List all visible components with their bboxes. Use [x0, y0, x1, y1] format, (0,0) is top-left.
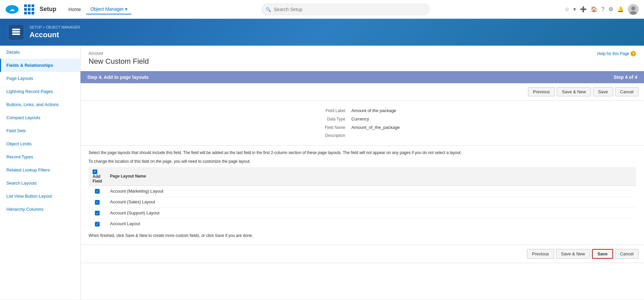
favorites-dropdown-icon[interactable]: ▾ [573, 6, 576, 12]
help-icon[interactable]: ? [601, 6, 604, 12]
main-content: Details Fields & Relationships Page Layo… [0, 46, 644, 299]
cancel-button-bottom[interactable]: Cancel [615, 249, 639, 259]
sidebar-item-details[interactable]: Details [0, 46, 80, 59]
panel-breadcrumb: Account [89, 51, 149, 56]
layout-row-2: Account (Support) Layout [89, 207, 636, 218]
sidebar-item-fields-relationships[interactable]: Fields & Relationships [0, 59, 80, 72]
app-title: Setup [40, 6, 56, 13]
layout-checkbox-cell-0 [89, 186, 106, 197]
field-label-row: Field Label Amount of the package [322, 107, 402, 114]
sidebar-item-field-sets[interactable]: Field Sets [0, 124, 80, 137]
data-type-value: Currency [348, 115, 402, 123]
sidebar-item-hierarchy-columns[interactable]: Hierarchy Columns [0, 203, 80, 216]
cancel-button-top[interactable]: Cancel [615, 87, 639, 96]
save-new-button-bottom[interactable]: Save & New [556, 249, 590, 259]
layout-table: Add Field Page Layout Name Account (Mark… [89, 167, 636, 229]
button-row-top: Previous Save & New Save Cancel [80, 83, 644, 101]
save-button-top[interactable]: Save [593, 87, 613, 96]
field-name-value: Amount_of_the_package [348, 123, 402, 131]
svg-text:☁: ☁ [10, 7, 14, 12]
layout-checkbox-2[interactable] [95, 211, 100, 215]
nav-home[interactable]: Home [64, 5, 85, 14]
object-title: Account [30, 31, 80, 39]
layout-name-2: Account (Support) Layout [106, 207, 636, 218]
help-icon-circle: ? [631, 51, 636, 56]
layout-checkbox-cell-2 [89, 207, 106, 218]
field-info-table: Field Label Amount of the package Data T… [321, 106, 403, 140]
layout-checkbox-1[interactable] [95, 200, 100, 205]
layout-name-0: Account (Marketing) Layout [106, 186, 636, 197]
salesforce-logo[interactable]: ☁ [5, 3, 19, 16]
layout-checkbox-3[interactable] [95, 222, 100, 227]
object-header-text: SETUP > OBJECT MANAGER Account [30, 25, 80, 39]
sidebar-item-buttons-links-actions[interactable]: Buttons, Links, and Actions [0, 98, 80, 111]
sidebar-item-lightning-record-pages[interactable]: Lightning Record Pages [0, 85, 80, 98]
field-label-key: Field Label [322, 107, 348, 114]
layout-row-3: Account Layout [89, 218, 636, 229]
sidebar-item-search-layouts[interactable]: Search Layouts [0, 177, 80, 190]
bell-icon[interactable]: 🔔 [617, 6, 624, 12]
chevron-down-icon: ▾ [125, 6, 127, 12]
sidebar-item-list-view-button-layout[interactable]: List View Button Layout [0, 190, 80, 203]
object-icon [8, 24, 24, 40]
note-text: When finished, click Save & New to creat… [89, 233, 636, 238]
select-all-checkbox[interactable] [93, 169, 97, 174]
description-text-1: Select the page layouts that should incl… [89, 150, 636, 156]
previous-button-bottom[interactable]: Previous [527, 249, 554, 259]
object-header: SETUP > OBJECT MANAGER Account [0, 19, 644, 46]
avatar[interactable] [628, 4, 639, 15]
description-text-2: To change the location of this field on … [89, 158, 636, 164]
sidebar: Details Fields & Relationships Page Layo… [0, 46, 80, 299]
layout-name-3: Account Layout [106, 218, 636, 229]
layout-checkbox-cell-3 [89, 218, 106, 229]
layout-row-0: Account (Marketing) Layout [89, 186, 636, 197]
svg-rect-6 [12, 31, 20, 33]
home-icon[interactable]: 🏠 [591, 6, 597, 12]
sidebar-item-related-lookup-filters[interactable]: Related Lookup Filters [0, 163, 80, 177]
sidebar-item-page-layouts[interactable]: Page Layouts [0, 72, 80, 85]
layout-checkbox-cell-1 [89, 197, 106, 208]
previous-button-top[interactable]: Previous [528, 87, 555, 96]
save-new-button-top[interactable]: Save & New [557, 87, 591, 96]
svg-point-3 [631, 6, 635, 10]
breadcrumb-object-manager[interactable]: OBJECT MANAGER [46, 25, 80, 29]
panel-left-header: Account New Custom Field [89, 51, 149, 71]
description-key: Description [322, 132, 348, 139]
add-field-header-cell: Add Field [89, 167, 106, 186]
panel-top-row: Account New Custom Field Help for this P… [80, 46, 644, 71]
layout-table-header-row: Add Field Page Layout Name [89, 167, 636, 186]
sidebar-item-record-types[interactable]: Record Types [0, 150, 80, 163]
app-grid-icon[interactable] [24, 4, 34, 14]
add-field-header-label: Add Field [93, 174, 102, 184]
page-layout-name-header: Page Layout Name [106, 167, 636, 186]
save-button-bottom[interactable]: Save [592, 249, 613, 259]
top-navigation: ☁ Setup Home Object Manager ▾ 🔍 ☆ ▾ ➕ 🏠 … [0, 0, 644, 19]
settings-icon[interactable]: ⚙ [608, 6, 613, 12]
layout-section: Select the page layouts that should incl… [80, 146, 644, 245]
layout-name-1: Account (Sales) Layout [106, 197, 636, 208]
help-link[interactable]: Help for this Page ? [597, 51, 636, 56]
button-row-bottom: Previous Save & New Save Cancel [80, 245, 644, 263]
field-label-value: Amount of the package [348, 107, 402, 114]
description-value [348, 132, 402, 139]
data-type-row: Data Type Currency [322, 115, 402, 123]
step-header: Step 4. Add to page layouts Step 4 of 4 [80, 71, 644, 83]
nav-links: Home Object Manager ▾ [64, 4, 131, 14]
field-name-key: Field Name [322, 123, 348, 131]
breadcrumb: SETUP > OBJECT MANAGER [30, 25, 80, 29]
layout-checkbox-0[interactable] [95, 189, 100, 194]
sidebar-item-object-limits[interactable]: Object Limits [0, 137, 80, 150]
data-type-key: Data Type [322, 115, 348, 123]
add-icon[interactable]: ➕ [580, 6, 587, 12]
sidebar-item-compact-layouts[interactable]: Compact Layouts [0, 111, 80, 124]
svg-rect-5 [12, 29, 20, 31]
field-info-section: Field Label Amount of the package Data T… [80, 101, 644, 146]
nav-object-manager[interactable]: Object Manager ▾ [86, 4, 131, 14]
search-input[interactable] [262, 4, 429, 15]
breadcrumb-setup[interactable]: SETUP [30, 25, 42, 29]
top-actions: ☆ ▾ ➕ 🏠 ? ⚙ 🔔 [565, 4, 639, 15]
panel-title: New Custom Field [89, 57, 149, 66]
step-header-left: Step 4. Add to page layouts [87, 74, 149, 80]
favorites-star-icon[interactable]: ☆ [565, 6, 569, 12]
right-panel: Account New Custom Field Help for this P… [80, 46, 644, 299]
